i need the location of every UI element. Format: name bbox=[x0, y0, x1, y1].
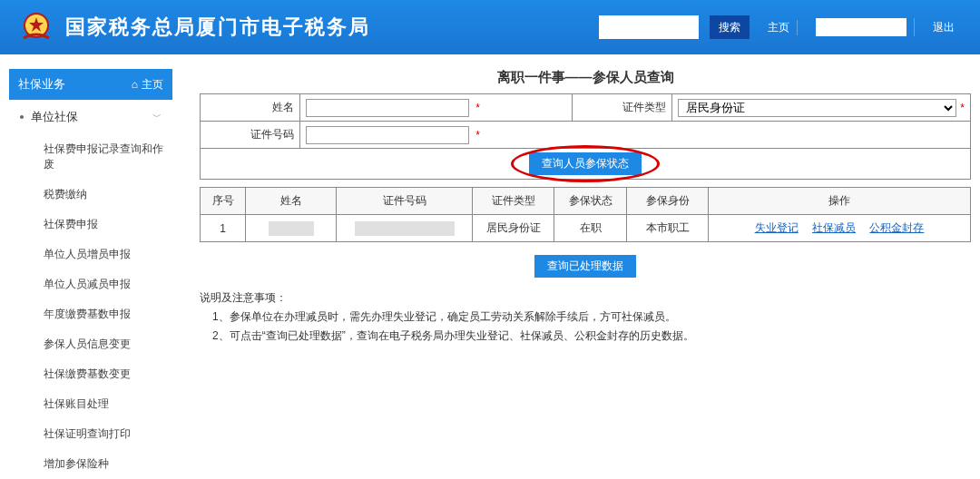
sidebar-item[interactable]: 增加参保险种 bbox=[36, 449, 172, 479]
query-form: 姓名 * 证件类型 居民身份证 * 证件号码 bbox=[200, 93, 971, 180]
sidebar-item[interactable]: 社保缴费基数变更 bbox=[36, 359, 172, 389]
op-unemployment[interactable]: 失业登记 bbox=[755, 221, 799, 234]
op-social-remove[interactable]: 社保减员 bbox=[812, 221, 856, 234]
note-item: 2、可点击“查询已处理数据”，查询在电子税务局办理失业登记、社保减员、公积金封存… bbox=[212, 328, 971, 344]
main: 离职一件事——参保人员查询 姓名 * 证件类型 居民身份证 * bbox=[172, 69, 971, 479]
logout-link[interactable]: 退出 bbox=[926, 20, 962, 35]
cell-name bbox=[246, 215, 337, 242]
cert-no-input[interactable] bbox=[306, 126, 469, 144]
home-icon: ⌂ bbox=[132, 78, 138, 91]
sidebar-home-label: 主页 bbox=[142, 77, 163, 93]
notes-title: 说明及注意事项： bbox=[200, 290, 971, 306]
sidebar-title: 社保业务 ⌂ 主页 bbox=[9, 69, 172, 100]
cell-seq: 1 bbox=[201, 215, 246, 242]
cell-identity: 本市职工 bbox=[627, 215, 709, 242]
page-title: 离职一件事——参保人员查询 bbox=[200, 69, 971, 86]
sidebar-parent-unit-social[interactable]: 单位社保 ﹀ bbox=[9, 100, 172, 134]
name-input[interactable] bbox=[306, 99, 469, 117]
col-name: 姓名 bbox=[246, 188, 337, 215]
sidebar-item[interactable]: 年度缴费基数申报 bbox=[36, 299, 172, 329]
cert-type-select[interactable]: 居民身份证 bbox=[678, 99, 956, 117]
tax-emblem-icon bbox=[18, 9, 54, 45]
cert-type-label: 证件类型 bbox=[573, 94, 672, 122]
highlight-oval: 查询人员参保状态 bbox=[529, 152, 642, 175]
sidebar-home-link[interactable]: ⌂ 主页 bbox=[132, 77, 163, 93]
col-ops: 操作 bbox=[709, 188, 971, 215]
col-identity: 参保身份 bbox=[627, 188, 709, 215]
sidebar-item[interactable]: 单位人员减员申报 bbox=[36, 269, 172, 299]
note-item: 1、参保单位在办理减员时，需先办理失业登记，确定员工劳动关系解除手续后，方可社保… bbox=[212, 309, 971, 325]
cell-certno bbox=[337, 215, 473, 242]
sidebar-item[interactable]: 参保人员信息变更 bbox=[36, 329, 172, 359]
search-input[interactable] bbox=[599, 15, 699, 39]
sidebar-item[interactable]: 社保费申报记录查询和作废 bbox=[36, 134, 172, 180]
header-right: 搜索 主页 退出 bbox=[599, 15, 962, 39]
required-icon: * bbox=[475, 102, 480, 114]
cell-certtype: 居民身份证 bbox=[473, 215, 554, 242]
col-seq: 序号 bbox=[201, 188, 246, 215]
sidebar-item[interactable]: 社保账目处理 bbox=[36, 389, 172, 419]
user-name bbox=[808, 18, 915, 36]
search-button[interactable]: 搜索 bbox=[710, 15, 750, 39]
chevron-down-icon: ﹀ bbox=[152, 111, 162, 123]
query-processed-button[interactable]: 查询已处理数据 bbox=[534, 255, 636, 278]
site-title: 国家税务总局厦门市电子税务局 bbox=[65, 14, 370, 41]
header: 国家税务总局厦门市电子税务局 搜索 主页 退出 bbox=[0, 0, 980, 54]
col-certtype: 证件类型 bbox=[473, 188, 554, 215]
required-icon: * bbox=[960, 102, 965, 114]
cell-ops: 失业登记 社保减员 公积金封存 bbox=[709, 215, 971, 242]
name-label: 姓名 bbox=[201, 94, 300, 122]
cell-status: 在职 bbox=[554, 215, 627, 242]
sidebar-parent-label: 单位社保 bbox=[31, 109, 78, 125]
cert-no-label: 证件号码 bbox=[201, 122, 300, 149]
op-fund-seal[interactable]: 公积金封存 bbox=[869, 221, 924, 234]
sidebar: 社保业务 ⌂ 主页 单位社保 ﹀ 社保费申报记录查询和作废 税费缴纳 社保费申报… bbox=[9, 69, 172, 479]
sidebar-item[interactable]: 社保证明查询打印 bbox=[36, 419, 172, 449]
bullet-icon bbox=[20, 115, 24, 119]
table-row: 1 居民身份证 在职 本市职工 失业登记 社保减员 公积金封存 bbox=[201, 215, 971, 242]
sidebar-item[interactable]: 社保费申报 bbox=[36, 210, 172, 240]
col-status: 参保状态 bbox=[554, 188, 627, 215]
col-certno: 证件号码 bbox=[337, 188, 473, 215]
sidebar-section-label: 社保业务 bbox=[18, 76, 65, 93]
query-status-button[interactable]: 查询人员参保状态 bbox=[529, 152, 642, 175]
notes: 说明及注意事项： 1、参保单位在办理减员时，需先办理失业登记，确定员工劳动关系解… bbox=[200, 290, 971, 344]
sidebar-item[interactable]: 单位人员增员申报 bbox=[36, 240, 172, 269]
home-link[interactable]: 主页 bbox=[760, 20, 798, 35]
required-icon: * bbox=[475, 129, 480, 142]
sidebar-item[interactable]: 税费缴纳 bbox=[36, 180, 172, 210]
result-table: 序号 姓名 证件号码 证件类型 参保状态 参保身份 操作 1 居民身份证 在职 … bbox=[200, 187, 971, 242]
